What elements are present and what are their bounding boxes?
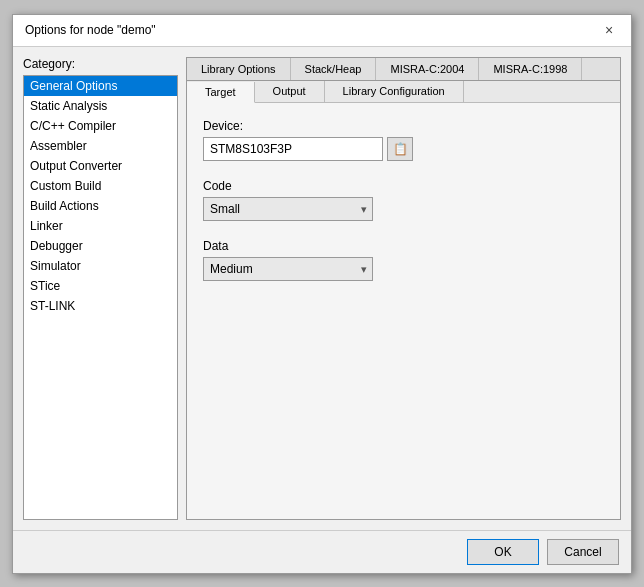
- category-panel: Category: General Options Static Analysi…: [23, 57, 178, 520]
- content-panel: Library Options Stack/Heap MISRA-C:2004 …: [186, 57, 621, 520]
- code-label: Code: [203, 179, 604, 193]
- device-group: Device: 📋: [203, 119, 604, 161]
- sidebar-item-c-compiler[interactable]: C/C++ Compiler: [24, 116, 177, 136]
- sidebar-item-assembler[interactable]: Assembler: [24, 136, 177, 156]
- title-bar: Options for node "demo" ×: [13, 15, 631, 47]
- dialog-footer: OK Cancel: [13, 530, 631, 573]
- sidebar-item-stice[interactable]: STice: [24, 276, 177, 296]
- dialog-body: Category: General Options Static Analysi…: [13, 47, 631, 530]
- cancel-button[interactable]: Cancel: [547, 539, 619, 565]
- code-select[interactable]: Small Medium Large: [203, 197, 373, 221]
- sidebar-item-output-converter[interactable]: Output Converter: [24, 156, 177, 176]
- code-group: Code Small Medium Large: [203, 179, 604, 221]
- options-dialog: Options for node "demo" × Category: Gene…: [12, 14, 632, 574]
- data-select-wrapper: Small Medium Large: [203, 257, 373, 281]
- sidebar-item-custom-build[interactable]: Custom Build: [24, 176, 177, 196]
- close-button[interactable]: ×: [599, 20, 619, 40]
- browse-button[interactable]: 📋: [387, 137, 413, 161]
- tab-misra-1998[interactable]: MISRA-C:1998: [479, 58, 582, 80]
- tab-library-options[interactable]: Library Options: [187, 58, 291, 80]
- tab-library-configuration[interactable]: Library Configuration: [325, 81, 464, 102]
- tab-output[interactable]: Output: [255, 81, 325, 102]
- data-label: Data: [203, 239, 604, 253]
- sidebar-item-linker[interactable]: Linker: [24, 216, 177, 236]
- device-input[interactable]: [203, 137, 383, 161]
- code-select-wrapper: Small Medium Large: [203, 197, 373, 221]
- sidebar-item-simulator[interactable]: Simulator: [24, 256, 177, 276]
- tab-target[interactable]: Target: [187, 82, 255, 103]
- sidebar-item-st-link[interactable]: ST-LINK: [24, 296, 177, 316]
- sidebar-item-static-analysis[interactable]: Static Analysis: [24, 96, 177, 116]
- device-label: Device:: [203, 119, 604, 133]
- sidebar-item-build-actions[interactable]: Build Actions: [24, 196, 177, 216]
- browse-icon: 📋: [393, 142, 408, 156]
- dialog-title: Options for node "demo": [25, 23, 156, 37]
- ok-button[interactable]: OK: [467, 539, 539, 565]
- tabs-row1: Library Options Stack/Heap MISRA-C:2004 …: [187, 58, 620, 81]
- category-list: General Options Static Analysis C/C++ Co…: [23, 75, 178, 520]
- device-row: 📋: [203, 137, 604, 161]
- tabs-row2: Target Output Library Configuration: [187, 81, 620, 103]
- data-group: Data Small Medium Large: [203, 239, 604, 281]
- content-area: Device: 📋 Code Small: [187, 103, 620, 519]
- sidebar-item-debugger[interactable]: Debugger: [24, 236, 177, 256]
- data-select[interactable]: Small Medium Large: [203, 257, 373, 281]
- sidebar-item-general-options[interactable]: General Options: [24, 76, 177, 96]
- category-label: Category:: [23, 57, 178, 71]
- tab-stack-heap[interactable]: Stack/Heap: [291, 58, 377, 80]
- tab-misra-2004[interactable]: MISRA-C:2004: [376, 58, 479, 80]
